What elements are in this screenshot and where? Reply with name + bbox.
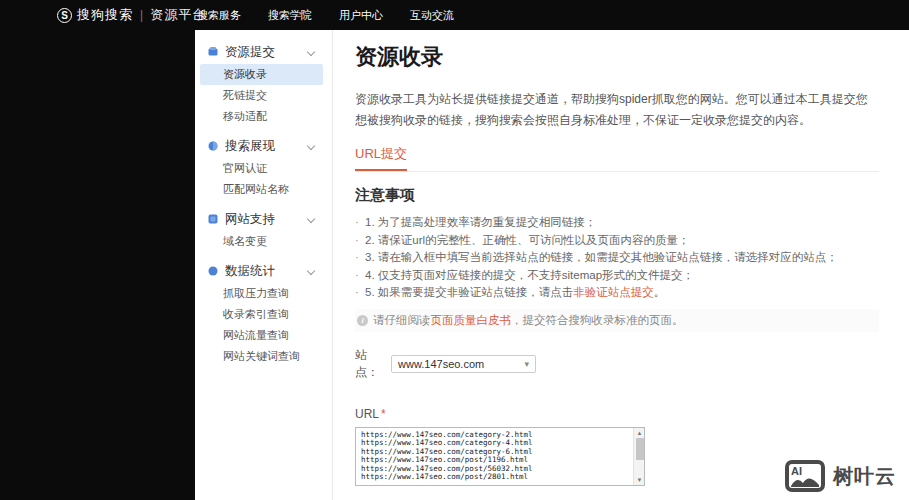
- sidebar-item-match-site-name[interactable]: 匹配网站名称: [195, 179, 332, 200]
- notice-item: 2. 请保证url的完整性、正确性、可访问性以及页面内容的质量；: [355, 232, 909, 250]
- notice-list: 1. 为了提高处理效率请勿重复提交相同链接； 2. 请保证url的完整性、正确性…: [355, 214, 909, 302]
- quality-whitepaper-link[interactable]: 页面质量白皮书: [431, 313, 512, 328]
- sidebar-section-site-support[interactable]: 网站支持: [195, 207, 332, 231]
- chevron-down-icon: [307, 215, 315, 223]
- notice-heading: 注意事项: [355, 186, 909, 205]
- sidebar-item-dead-link-submit[interactable]: 死链提交: [195, 85, 332, 106]
- tab-bar: URL提交: [355, 144, 879, 172]
- site-select-value: www.147seo.com: [398, 358, 484, 370]
- url-line: https://www.147seo.com/post/2801.html: [361, 473, 630, 482]
- notice-item: 5. 如果需要提交非验证站点链接，请点击非验证站点提交。: [355, 284, 909, 302]
- watermark: AI 树叶云: [785, 458, 896, 494]
- sidebar-item-mobile-adapt[interactable]: 移动适配: [195, 106, 332, 127]
- sidebar-section-resource-submit[interactable]: 资源提交: [195, 40, 332, 64]
- sidebar-item-index-query[interactable]: 收录索引查询: [195, 304, 332, 325]
- nav-search-academy[interactable]: 搜索学院: [268, 8, 312, 23]
- url-lines: https://www.147seo.com/category-2.html h…: [356, 428, 644, 483]
- notice-item: 1. 为了提高处理效率请勿重复提交相同链接；: [355, 214, 909, 232]
- sidebar-item-keyword-query[interactable]: 网站关键词查询: [195, 346, 332, 367]
- sogou-s-icon: S: [57, 8, 72, 23]
- site-select[interactable]: www.147seo.com ▾: [391, 355, 536, 373]
- quality-note: i 请仔细阅读页面质量白皮书，提交符合搜狗收录标准的页面。: [355, 309, 879, 332]
- url-field-label: URL*: [355, 407, 909, 421]
- notice-item: 4. 仅支持页面对应链接的提交，不支持sitemap形式的文件提交；: [355, 267, 909, 285]
- svg-text:AI: AI: [791, 465, 802, 477]
- url-textarea[interactable]: https://www.147seo.com/category-2.html h…: [355, 427, 645, 486]
- note-prefix: 请仔细阅读: [373, 313, 431, 328]
- site-label: 站点：: [355, 347, 390, 381]
- resource-submit-icon: [208, 47, 218, 57]
- required-mark: *: [381, 407, 386, 421]
- nav-interaction[interactable]: 互动交流: [410, 8, 454, 23]
- ai-image-icon: AI: [785, 458, 825, 494]
- notice-item: 3. 请在输入框中填写当前选择站点的链接，如需提交其他验证站点链接，请选择对应的…: [355, 249, 909, 267]
- scroll-down-icon[interactable]: ▼: [634, 475, 645, 485]
- watermark-text: 树叶云: [833, 463, 896, 490]
- section-label: 搜索展现: [225, 138, 275, 155]
- logo-divider: |: [140, 8, 143, 22]
- main-content: 资源收录 资源收录工具为站长提供链接提交通道，帮助搜狗spider抓取您的网站。…: [334, 30, 909, 500]
- sidebar-item-crawl-pressure[interactable]: 抓取压力查询: [195, 283, 332, 304]
- notice5-suffix: 。: [654, 286, 666, 298]
- page: S 搜狗搜索 | 资源平台 搜索服务 搜索学院 用户中心 互动交流 资源提交 资…: [0, 0, 909, 500]
- sidebar-section-data-stats[interactable]: 数据统计: [195, 259, 332, 283]
- scrollbar-thumb[interactable]: [636, 438, 644, 460]
- sidebar: 资源提交 资源收录 死链提交 移动适配 搜索展现 官网认证 匹配网站名称 网站支…: [195, 30, 333, 500]
- top-nav: 搜索服务 搜索学院 用户中心 互动交流: [197, 0, 454, 30]
- notice5-text: 5. 如果需要提交非验证站点链接，请点击: [365, 286, 573, 298]
- sogou-logo[interactable]: S 搜狗搜索 | 资源平台: [57, 6, 206, 24]
- section-label: 网站支持: [225, 211, 275, 228]
- top-header: S 搜狗搜索 | 资源平台 搜索服务 搜索学院 用户中心 互动交流: [0, 0, 909, 30]
- page-title: 资源收录: [355, 42, 909, 72]
- note-suffix: ，提交符合搜狗收录标准的页面。: [511, 313, 684, 328]
- sidebar-section-search-display[interactable]: 搜索展现: [195, 134, 332, 158]
- dropdown-caret-icon: ▾: [524, 359, 529, 369]
- nav-user-center[interactable]: 用户中心: [339, 8, 383, 23]
- info-icon: i: [357, 315, 368, 326]
- scroll-up-icon[interactable]: ▲: [634, 428, 645, 438]
- chevron-down-icon: [307, 267, 315, 275]
- search-display-icon: [208, 141, 218, 151]
- nav-search-service[interactable]: 搜索服务: [197, 8, 241, 23]
- data-stats-icon: [208, 266, 218, 276]
- logo-title: 搜狗搜索: [77, 6, 133, 24]
- left-dark-background: [0, 30, 195, 500]
- sidebar-item-traffic-query[interactable]: 网站流量查询: [195, 325, 332, 346]
- chevron-down-icon: [307, 48, 315, 56]
- sidebar-item-official-site-cert[interactable]: 官网认证: [195, 158, 332, 179]
- page-description: 资源收录工具为站长提供链接提交通道，帮助搜狗spider抓取您的网站。您可以通过…: [355, 89, 879, 131]
- section-label: 数据统计: [225, 263, 275, 280]
- section-label: 资源提交: [225, 44, 275, 61]
- sidebar-item-domain-change[interactable]: 域名变更: [195, 231, 332, 252]
- sidebar-item-resource-include[interactable]: 资源收录: [200, 64, 323, 85]
- textarea-scrollbar[interactable]: ▲ ▼: [633, 428, 644, 485]
- unverified-site-submit-link[interactable]: 非验证站点提交: [573, 286, 654, 298]
- chevron-down-icon: [307, 142, 315, 150]
- site-support-icon: [208, 214, 218, 224]
- site-row: 站点： www.147seo.com ▾: [355, 347, 909, 381]
- tab-url-submit[interactable]: URL提交: [355, 145, 407, 171]
